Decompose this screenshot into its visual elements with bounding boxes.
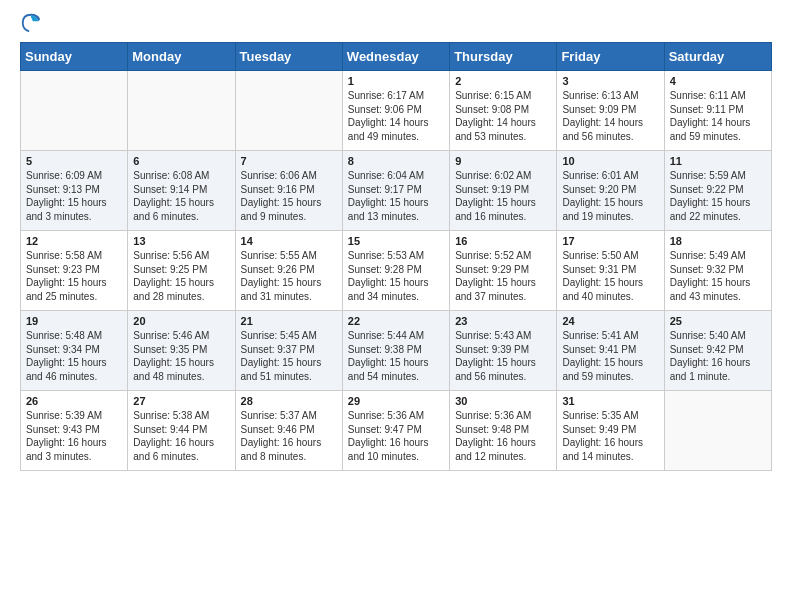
calendar-cell: 9Sunrise: 6:02 AM Sunset: 9:19 PM Daylig… (450, 151, 557, 231)
day-number: 9 (455, 155, 551, 167)
day-number: 3 (562, 75, 658, 87)
day-number: 18 (670, 235, 766, 247)
day-info: Sunrise: 6:04 AM Sunset: 9:17 PM Dayligh… (348, 169, 444, 223)
day-info: Sunrise: 5:36 AM Sunset: 9:47 PM Dayligh… (348, 409, 444, 463)
day-info: Sunrise: 5:37 AM Sunset: 9:46 PM Dayligh… (241, 409, 337, 463)
day-number: 29 (348, 395, 444, 407)
calendar-cell: 10Sunrise: 6:01 AM Sunset: 9:20 PM Dayli… (557, 151, 664, 231)
calendar-cell: 24Sunrise: 5:41 AM Sunset: 9:41 PM Dayli… (557, 311, 664, 391)
calendar-cell: 26Sunrise: 5:39 AM Sunset: 9:43 PM Dayli… (21, 391, 128, 471)
day-number: 12 (26, 235, 122, 247)
calendar-week-row: 26Sunrise: 5:39 AM Sunset: 9:43 PM Dayli… (21, 391, 772, 471)
day-number: 13 (133, 235, 229, 247)
calendar-header-row: SundayMondayTuesdayWednesdayThursdayFrid… (21, 43, 772, 71)
day-info: Sunrise: 5:56 AM Sunset: 9:25 PM Dayligh… (133, 249, 229, 303)
day-info: Sunrise: 6:06 AM Sunset: 9:16 PM Dayligh… (241, 169, 337, 223)
day-info: Sunrise: 6:17 AM Sunset: 9:06 PM Dayligh… (348, 89, 444, 143)
day-number: 15 (348, 235, 444, 247)
calendar-week-row: 5Sunrise: 6:09 AM Sunset: 9:13 PM Daylig… (21, 151, 772, 231)
day-info: Sunrise: 6:09 AM Sunset: 9:13 PM Dayligh… (26, 169, 122, 223)
calendar-cell: 4Sunrise: 6:11 AM Sunset: 9:11 PM Daylig… (664, 71, 771, 151)
day-number: 22 (348, 315, 444, 327)
day-info: Sunrise: 5:40 AM Sunset: 9:42 PM Dayligh… (670, 329, 766, 383)
day-number: 8 (348, 155, 444, 167)
calendar-cell: 30Sunrise: 5:36 AM Sunset: 9:48 PM Dayli… (450, 391, 557, 471)
day-number: 28 (241, 395, 337, 407)
calendar-cell: 23Sunrise: 5:43 AM Sunset: 9:39 PM Dayli… (450, 311, 557, 391)
calendar-cell: 22Sunrise: 5:44 AM Sunset: 9:38 PM Dayli… (342, 311, 449, 391)
calendar-week-row: 1Sunrise: 6:17 AM Sunset: 9:06 PM Daylig… (21, 71, 772, 151)
day-info: Sunrise: 5:43 AM Sunset: 9:39 PM Dayligh… (455, 329, 551, 383)
calendar-cell: 25Sunrise: 5:40 AM Sunset: 9:42 PM Dayli… (664, 311, 771, 391)
calendar-cell: 29Sunrise: 5:36 AM Sunset: 9:47 PM Dayli… (342, 391, 449, 471)
day-info: Sunrise: 6:13 AM Sunset: 9:09 PM Dayligh… (562, 89, 658, 143)
day-number: 27 (133, 395, 229, 407)
calendar-cell: 12Sunrise: 5:58 AM Sunset: 9:23 PM Dayli… (21, 231, 128, 311)
calendar-cell: 1Sunrise: 6:17 AM Sunset: 9:06 PM Daylig… (342, 71, 449, 151)
day-number: 24 (562, 315, 658, 327)
day-number: 6 (133, 155, 229, 167)
calendar-cell: 7Sunrise: 6:06 AM Sunset: 9:16 PM Daylig… (235, 151, 342, 231)
day-number: 17 (562, 235, 658, 247)
calendar-table: SundayMondayTuesdayWednesdayThursdayFrid… (20, 42, 772, 471)
calendar-cell: 20Sunrise: 5:46 AM Sunset: 9:35 PM Dayli… (128, 311, 235, 391)
day-header-monday: Monday (128, 43, 235, 71)
day-number: 10 (562, 155, 658, 167)
day-number: 2 (455, 75, 551, 87)
calendar-week-row: 19Sunrise: 5:48 AM Sunset: 9:34 PM Dayli… (21, 311, 772, 391)
day-info: Sunrise: 5:53 AM Sunset: 9:28 PM Dayligh… (348, 249, 444, 303)
calendar-cell: 19Sunrise: 5:48 AM Sunset: 9:34 PM Dayli… (21, 311, 128, 391)
day-number: 25 (670, 315, 766, 327)
page: SundayMondayTuesdayWednesdayThursdayFrid… (0, 0, 792, 491)
calendar-cell: 27Sunrise: 5:38 AM Sunset: 9:44 PM Dayli… (128, 391, 235, 471)
logo (20, 16, 44, 34)
day-info: Sunrise: 5:41 AM Sunset: 9:41 PM Dayligh… (562, 329, 658, 383)
header (20, 16, 772, 34)
day-info: Sunrise: 5:45 AM Sunset: 9:37 PM Dayligh… (241, 329, 337, 383)
day-number: 11 (670, 155, 766, 167)
calendar-week-row: 12Sunrise: 5:58 AM Sunset: 9:23 PM Dayli… (21, 231, 772, 311)
calendar-cell: 6Sunrise: 6:08 AM Sunset: 9:14 PM Daylig… (128, 151, 235, 231)
day-info: Sunrise: 5:38 AM Sunset: 9:44 PM Dayligh… (133, 409, 229, 463)
day-info: Sunrise: 5:59 AM Sunset: 9:22 PM Dayligh… (670, 169, 766, 223)
calendar-cell (235, 71, 342, 151)
calendar-cell: 21Sunrise: 5:45 AM Sunset: 9:37 PM Dayli… (235, 311, 342, 391)
day-header-friday: Friday (557, 43, 664, 71)
day-number: 5 (26, 155, 122, 167)
logo-icon (20, 12, 42, 34)
calendar-cell: 15Sunrise: 5:53 AM Sunset: 9:28 PM Dayli… (342, 231, 449, 311)
day-number: 19 (26, 315, 122, 327)
calendar-cell: 18Sunrise: 5:49 AM Sunset: 9:32 PM Dayli… (664, 231, 771, 311)
calendar-cell: 11Sunrise: 5:59 AM Sunset: 9:22 PM Dayli… (664, 151, 771, 231)
day-info: Sunrise: 5:49 AM Sunset: 9:32 PM Dayligh… (670, 249, 766, 303)
day-header-tuesday: Tuesday (235, 43, 342, 71)
day-number: 30 (455, 395, 551, 407)
day-number: 7 (241, 155, 337, 167)
calendar-cell: 28Sunrise: 5:37 AM Sunset: 9:46 PM Dayli… (235, 391, 342, 471)
day-info: Sunrise: 5:44 AM Sunset: 9:38 PM Dayligh… (348, 329, 444, 383)
calendar-cell: 3Sunrise: 6:13 AM Sunset: 9:09 PM Daylig… (557, 71, 664, 151)
day-info: Sunrise: 5:35 AM Sunset: 9:49 PM Dayligh… (562, 409, 658, 463)
day-info: Sunrise: 5:55 AM Sunset: 9:26 PM Dayligh… (241, 249, 337, 303)
day-info: Sunrise: 6:08 AM Sunset: 9:14 PM Dayligh… (133, 169, 229, 223)
day-header-sunday: Sunday (21, 43, 128, 71)
day-number: 1 (348, 75, 444, 87)
day-info: Sunrise: 5:52 AM Sunset: 9:29 PM Dayligh… (455, 249, 551, 303)
calendar-cell: 31Sunrise: 5:35 AM Sunset: 9:49 PM Dayli… (557, 391, 664, 471)
calendar-cell: 2Sunrise: 6:15 AM Sunset: 9:08 PM Daylig… (450, 71, 557, 151)
calendar-cell: 14Sunrise: 5:55 AM Sunset: 9:26 PM Dayli… (235, 231, 342, 311)
day-number: 31 (562, 395, 658, 407)
calendar-cell: 8Sunrise: 6:04 AM Sunset: 9:17 PM Daylig… (342, 151, 449, 231)
day-info: Sunrise: 5:39 AM Sunset: 9:43 PM Dayligh… (26, 409, 122, 463)
day-number: 16 (455, 235, 551, 247)
day-number: 14 (241, 235, 337, 247)
day-header-thursday: Thursday (450, 43, 557, 71)
calendar-cell: 13Sunrise: 5:56 AM Sunset: 9:25 PM Dayli… (128, 231, 235, 311)
calendar-cell (664, 391, 771, 471)
calendar-cell: 5Sunrise: 6:09 AM Sunset: 9:13 PM Daylig… (21, 151, 128, 231)
calendar-cell: 16Sunrise: 5:52 AM Sunset: 9:29 PM Dayli… (450, 231, 557, 311)
day-number: 4 (670, 75, 766, 87)
day-info: Sunrise: 6:01 AM Sunset: 9:20 PM Dayligh… (562, 169, 658, 223)
calendar-cell (21, 71, 128, 151)
day-header-wednesday: Wednesday (342, 43, 449, 71)
